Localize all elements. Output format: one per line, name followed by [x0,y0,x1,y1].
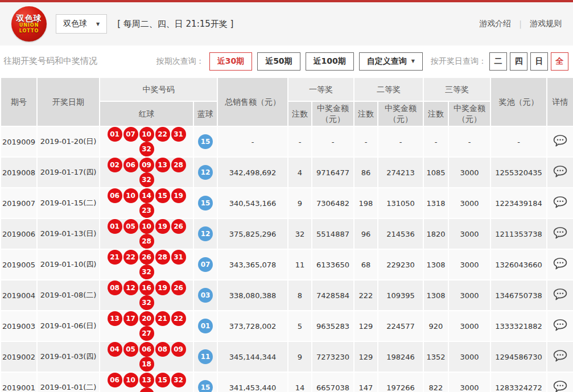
pool-cell: 1223439184 [490,188,547,218]
red-ball: 14 [139,188,154,203]
blue-ball: 12 [198,226,213,241]
comment-dots-icon[interactable] [553,257,567,270]
third-prize-amount-cell: 3000 [448,188,490,218]
detail-cell [547,372,573,392]
comment-dots-icon[interactable] [553,226,567,240]
red-balls-cell: 040506080918 [100,341,193,372]
red-ball: 32 [139,265,154,279]
sales-cell: 338,080,388 [217,280,288,311]
header-nav: 游戏介绍 | 游戏规则 [479,19,562,29]
issue-cell: 2019006 [1,218,37,249]
game-select-dropdown[interactable]: 双色球 ▼ [56,14,107,34]
red-ball: 20 [139,311,154,326]
sales-cell: 343,365,078 [217,249,288,280]
first-prize-count-cell: 8 [288,280,312,311]
red-ball: 28 [155,250,170,265]
period-button-last30[interactable]: 近30期 [209,52,252,71]
sales-cell: 340,543,166 [217,188,288,218]
detail-cell [547,188,573,218]
red-ball: 07 [123,127,138,142]
third-prize-count-cell: - [423,126,448,157]
red-balls-cell: 061014151923 [100,188,193,218]
table-row: 20190042019-01-08(二)08121619263203338,08… [1,280,573,311]
red-ball: 09 [139,158,154,172]
nav-game-rules-link[interactable]: 游戏规则 [530,19,562,29]
issue-cell: 2019004 [1,280,37,311]
detail-cell [547,218,573,249]
red-ball: 13 [108,311,122,326]
site-header: 双色球 UNION LOTTO 双色球 ▼ [ 每周二、四、日 21:15开奖 … [0,2,573,46]
table-row: 20190062019-01-13(日)01051019262812375,82… [1,218,573,249]
col-header-winning-numbers: 中奖号码 [100,77,217,101]
third-prize-count-cell: 822 [423,372,448,392]
red-ball: 06 [108,188,122,203]
red-ball: 19 [155,280,170,295]
weekday-button-sun[interactable]: 日 [530,52,548,71]
weekday-button-all[interactable]: 全 [551,52,568,71]
issue-cell: 2019007 [1,188,37,218]
third-prize-count-cell: 1308 [423,280,448,311]
period-button-last100[interactable]: 近100期 [306,52,354,71]
first-prize-count-cell: 9 [288,341,312,372]
comment-dots-icon[interactable] [553,134,567,147]
issue-cell: 2019009 [1,126,37,157]
comment-dots-icon[interactable] [553,319,567,332]
second-prize-count-cell: 198 [354,188,378,218]
red-ball: 10 [123,188,138,203]
red-balls-cell: 081216192632 [100,280,193,311]
weekday-button-thu[interactable]: 四 [510,52,527,71]
section-title: 往期开奖号码和中奖情况 [3,56,97,67]
pool-cell: 1211353738 [490,218,547,249]
red-ball: 32 [139,295,154,310]
third-prize-amount-cell: 3000 [448,341,490,372]
comment-dots-icon[interactable] [553,380,567,392]
date-cell: 2019-01-03(四) [37,341,100,372]
red-ball: 32 [139,172,154,187]
comment-dots-icon[interactable] [553,349,567,362]
blue-ball: 03 [198,288,213,303]
pool-cell: 1346750738 [490,280,547,311]
comment-dots-icon[interactable] [553,165,567,178]
issue-cell: 2019008 [1,157,37,188]
first-prize-amount-cell: 5514887 [312,218,354,249]
detail-cell [547,280,573,311]
red-ball: 27 [139,326,154,341]
red-ball: 06 [139,342,154,357]
custom-query-dropdown[interactable]: 自定义查询 ▼ [359,52,423,71]
table-row: 20190072019-01-15(二)06101415192315340,54… [1,188,573,218]
sales-cell: 345,144,344 [217,341,288,372]
blue-ball-cell: 15 [193,126,217,157]
red-ball: 13 [139,373,154,387]
first-prize-count-cell: 32 [288,218,312,249]
logo-subtitle-union: UNION [19,23,39,28]
red-ball: 33 [139,387,154,392]
nav-divider: | [519,19,522,28]
period-button-last50[interactable]: 近50期 [257,52,300,71]
weekday-query-label: 按开奖日查询： [431,56,487,67]
red-ball: 08 [108,280,122,295]
red-ball: 32 [139,142,154,156]
nav-game-intro-link[interactable]: 游戏介绍 [479,19,511,29]
red-ball: 19 [171,188,186,203]
red-ball: 05 [123,342,138,357]
second-prize-count-cell: 86 [354,157,378,188]
issue-cell: 2019003 [1,311,37,341]
comment-dots-icon[interactable] [553,196,567,209]
col-header-sales: 总销售额（元） [217,77,288,126]
col-header-third-count: 注数 [423,101,448,126]
comment-dots-icon[interactable] [553,288,567,301]
third-prize-amount-cell: 3000 [448,157,490,188]
table-row: 20190092019-01-20(日)01071022313215------… [1,126,573,157]
second-prize-count-cell: 68 [354,249,378,280]
red-ball: 31 [171,127,186,142]
second-prize-count-cell: 147 [354,372,378,392]
detail-cell [547,341,573,372]
red-ball: 26 [171,280,186,295]
weekday-button-tue[interactable]: 二 [489,52,507,71]
third-prize-amount-cell: 3000 [448,372,490,392]
first-prize-amount-cell: 9716477 [312,157,354,188]
second-prize-amount-cell: 229230 [378,249,423,280]
red-ball: 05 [123,219,138,234]
pool-cell: 1326043660 [490,249,547,280]
date-cell: 2019-01-01(二) [37,372,100,392]
